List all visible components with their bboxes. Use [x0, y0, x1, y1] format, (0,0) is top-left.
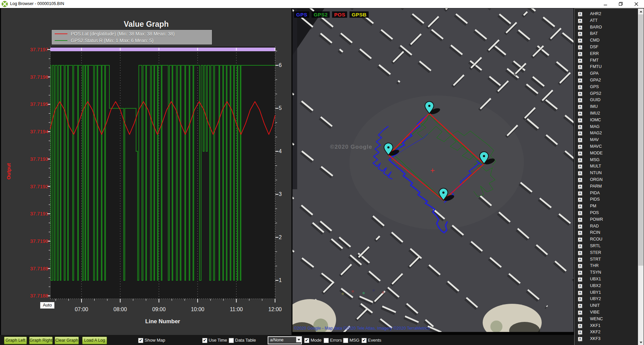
- expand-icon[interactable]: +: [578, 324, 582, 328]
- expand-icon[interactable]: +: [578, 158, 582, 162]
- graph-left-button[interactable]: Graph Left: [4, 337, 27, 344]
- tree-item-vibe[interactable]: +VIBE: [575, 309, 637, 316]
- expand-icon[interactable]: +: [578, 138, 582, 142]
- tree-item-gps[interactable]: +GPS: [575, 84, 637, 90]
- tree-item-rcou[interactable]: +RCOU: [575, 236, 637, 243]
- map-panel[interactable]: ©2020 Google GPSGPS2POSGPSB ©2020 Google…: [292, 8, 574, 332]
- expand-icon[interactable]: +: [578, 211, 582, 215]
- expand-icon[interactable]: +: [578, 178, 582, 182]
- expand-icon[interactable]: +: [578, 185, 582, 189]
- expand-icon[interactable]: +: [578, 125, 582, 129]
- checkbox-data-table[interactable]: [229, 338, 234, 343]
- expand-icon[interactable]: +: [578, 191, 582, 196]
- tree-item-ubx1[interactable]: +UBX1: [575, 276, 637, 283]
- tree-item-mag[interactable]: +MAG: [575, 124, 637, 130]
- tree-item-mav[interactable]: +MAV: [575, 137, 637, 143]
- tree-item-orgn[interactable]: +ORGN: [575, 177, 637, 183]
- checkbox-msg[interactable]: [343, 338, 348, 343]
- tree-item-mag2[interactable]: +MAG2: [575, 130, 637, 137]
- tree-item-tsyn[interactable]: +TSYN: [575, 269, 637, 276]
- close-button[interactable]: [629, 0, 644, 8]
- expand-icon[interactable]: +: [578, 118, 582, 123]
- expand-icon[interactable]: +: [578, 258, 582, 262]
- tree-item-rcin[interactable]: +RCIN: [575, 229, 637, 236]
- expand-icon[interactable]: +: [578, 112, 582, 116]
- expand-icon[interactable]: +: [578, 92, 582, 96]
- expand-icon[interactable]: +: [578, 105, 582, 109]
- tree-item-xkf2[interactable]: +XKF2: [575, 329, 637, 336]
- expand-icon[interactable]: +: [578, 12, 582, 16]
- expand-icon[interactable]: +: [578, 59, 582, 63]
- expand-icon[interactable]: +: [578, 284, 582, 288]
- tree-item-err[interactable]: +ERR: [575, 51, 637, 57]
- expand-icon[interactable]: +: [578, 218, 582, 222]
- tree-item-bat[interactable]: +BAT: [575, 30, 637, 37]
- tree-item-pos[interactable]: +POS: [575, 210, 637, 216]
- expand-icon[interactable]: +: [578, 224, 582, 229]
- expand-icon[interactable]: +: [578, 304, 582, 308]
- expand-icon[interactable]: +: [578, 145, 582, 149]
- checkbox-show-map[interactable]: ✔: [138, 338, 143, 343]
- checkbox-mode[interactable]: ✔: [304, 338, 309, 343]
- tree-item-msg[interactable]: +MSG: [575, 157, 637, 163]
- expand-icon[interactable]: +: [578, 264, 582, 268]
- tree-item-uby2[interactable]: +UBY2: [575, 296, 637, 302]
- tree-item-gpa2[interactable]: +GPA2: [575, 77, 637, 84]
- tree-item-baro[interactable]: +BARO: [575, 24, 637, 31]
- clear-graph-button[interactable]: Clear Graph: [55, 337, 79, 344]
- tree-item-parm[interactable]: +PARM: [575, 183, 637, 190]
- expand-icon[interactable]: +: [578, 85, 582, 89]
- expand-icon[interactable]: +: [578, 310, 582, 315]
- scrollbar-thumb[interactable]: [638, 14, 643, 266]
- expand-icon[interactable]: +: [578, 337, 582, 341]
- expand-icon[interactable]: +: [578, 171, 582, 176]
- tree-item-fmtu[interactable]: +FMTU: [575, 64, 637, 70]
- tree-item-att[interactable]: +ATT: [575, 17, 637, 24]
- tree-item-strt[interactable]: +STRT: [575, 256, 637, 263]
- tree-item-uby1[interactable]: +UBY1: [575, 289, 637, 296]
- map-canvas[interactable]: [292, 8, 574, 332]
- expand-icon[interactable]: +: [578, 131, 582, 136]
- expand-icon[interactable]: +: [578, 52, 582, 56]
- value-graph-canvas[interactable]: [1, 8, 291, 335]
- expand-icon[interactable]: +: [578, 231, 582, 235]
- expand-icon[interactable]: +: [578, 25, 582, 30]
- expand-icon[interactable]: +: [578, 78, 582, 83]
- checkbox-use-time[interactable]: ✔: [202, 338, 207, 343]
- tree-item-xkf1[interactable]: +XKF1: [575, 323, 637, 329]
- expand-icon[interactable]: +: [578, 151, 582, 156]
- expand-icon[interactable]: +: [578, 164, 582, 169]
- tree-item-pm[interactable]: +PM: [575, 203, 637, 210]
- expand-icon[interactable]: +: [578, 32, 582, 36]
- checkbox-events[interactable]: ✔: [362, 338, 367, 343]
- expand-icon[interactable]: +: [578, 237, 582, 242]
- minimize-button[interactable]: [598, 0, 613, 8]
- tree-item-cmd[interactable]: +CMD: [575, 37, 637, 44]
- tree-item-srtl[interactable]: +SRTL: [575, 243, 637, 250]
- scroll-up-button[interactable]: [638, 11, 644, 12]
- tree-item-gps2[interactable]: +GPS2: [575, 90, 637, 97]
- tree-item-ubx2[interactable]: +UBX2: [575, 283, 637, 289]
- tree-item-mavc[interactable]: +MAVC: [575, 143, 637, 150]
- tree-item-wenc[interactable]: +WENC: [575, 316, 637, 323]
- expand-icon[interactable]: +: [578, 317, 582, 322]
- tree-item-imu2[interactable]: +IMU2: [575, 110, 637, 117]
- expand-icon[interactable]: +: [578, 98, 582, 102]
- tree-item-imu[interactable]: +IMU: [575, 104, 637, 110]
- graph-right-button[interactable]: Graph Right: [29, 337, 53, 344]
- expand-icon[interactable]: +: [578, 244, 582, 249]
- expand-icon[interactable]: +: [578, 204, 582, 209]
- expand-icon[interactable]: +: [578, 65, 582, 69]
- tree-item-xkf3[interactable]: +XKF3: [575, 336, 637, 342]
- chevron-down-icon[interactable]: [296, 337, 301, 342]
- tree-item-ntun[interactable]: +NTUN: [575, 170, 637, 177]
- expand-icon[interactable]: +: [578, 330, 582, 335]
- tree-item-unit[interactable]: +UNIT: [575, 302, 637, 309]
- tree-item-dsf[interactable]: +DSF: [575, 44, 637, 51]
- tree-item-pida[interactable]: +PIDA: [575, 190, 637, 197]
- scroll-down-button[interactable]: [638, 340, 644, 345]
- tree-item-ahr2[interactable]: +AHR2: [575, 11, 637, 17]
- expand-icon[interactable]: +: [578, 198, 582, 202]
- expand-icon[interactable]: +: [578, 72, 582, 76]
- expand-icon[interactable]: +: [578, 45, 582, 50]
